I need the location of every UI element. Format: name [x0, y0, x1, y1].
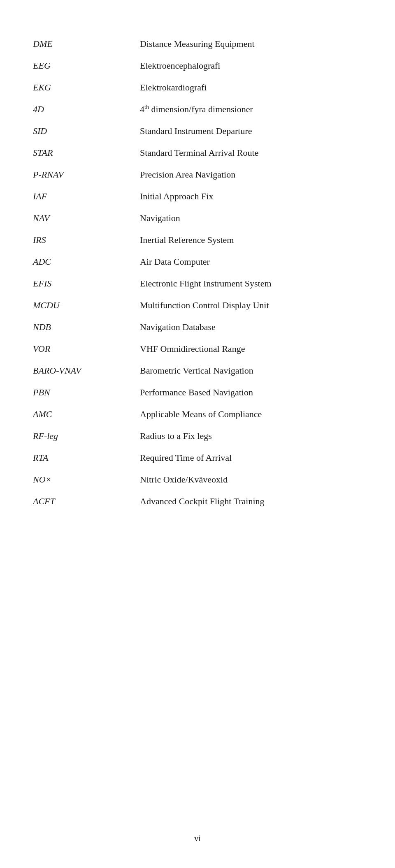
definition-cell: 4th dimension/fyra dimensioner [140, 98, 362, 120]
table-row: IAFInitial Approach Fix [33, 185, 362, 207]
abbreviation-cell: P-RNAV [33, 164, 140, 185]
definition-cell: Nitric Oxide/Kväveoxid [140, 469, 362, 490]
abbreviation-cell: IRS [33, 229, 140, 251]
table-row: VORVHF Omnidirectional Range [33, 338, 362, 360]
table-row: NAVNavigation [33, 207, 362, 229]
abbreviation-cell: MCDU [33, 294, 140, 316]
definition-cell: Precision Area Navigation [140, 164, 362, 185]
abbreviation-cell: NAV [33, 207, 140, 229]
definition-cell: Inertial Reference System [140, 229, 362, 251]
definition-cell: VHF Omnidirectional Range [140, 338, 362, 360]
table-row: MCDUMultifunction Control Display Unit [33, 294, 362, 316]
table-row: EEGElektroencephalografi [33, 55, 362, 76]
definition-cell: Elektroencephalografi [140, 55, 362, 76]
abbreviation-cell: NDB [33, 316, 140, 338]
table-row: IRSInertial Reference System [33, 229, 362, 251]
definition-cell: Navigation [140, 207, 362, 229]
definition-cell: Elektrokardiografi [140, 76, 362, 98]
abbreviation-cell: ADC [33, 251, 140, 272]
table-row: NO×Nitric Oxide/Kväveoxid [33, 469, 362, 490]
abbreviation-cell: AMC [33, 403, 140, 425]
table-row: AMCApplicable Means of Compliance [33, 403, 362, 425]
definition-cell: Applicable Means of Compliance [140, 403, 362, 425]
definition-cell: Barometric Vertical Navigation [140, 360, 362, 381]
definition-cell: Standard Terminal Arrival Route [140, 142, 362, 164]
table-row: DMEDistance Measuring Equipment [33, 33, 362, 55]
table-row: STARStandard Terminal Arrival Route [33, 142, 362, 164]
table-row: ACFTAdvanced Cockpit Flight Training [33, 490, 362, 512]
page-container: DMEDistance Measuring EquipmentEEGElektr… [0, 0, 395, 561]
abbreviation-cell: BARO-VNAV [33, 360, 140, 381]
definition-cell: Radius to a Fix legs [140, 425, 362, 447]
abbreviation-cell: NO× [33, 469, 140, 490]
table-row: BARO-VNAVBarometric Vertical Navigation [33, 360, 362, 381]
abbreviation-cell: EFIS [33, 272, 140, 294]
table-row: 4D4th dimension/fyra dimensioner [33, 98, 362, 120]
definition-cell: Electronic Flight Instrument System [140, 272, 362, 294]
table-row: RF-legRadius to a Fix legs [33, 425, 362, 447]
abbreviation-cell: DME [33, 33, 140, 55]
abbreviation-table: DMEDistance Measuring EquipmentEEGElektr… [33, 33, 362, 512]
definition-cell: Navigation Database [140, 316, 362, 338]
abbreviation-cell: RTA [33, 447, 140, 469]
definition-cell: Initial Approach Fix [140, 185, 362, 207]
table-row: SIDStandard Instrument Departure [33, 120, 362, 142]
table-row: EFISElectronic Flight Instrument System [33, 272, 362, 294]
page-number: vi [194, 834, 201, 843]
table-row: NDBNavigation Database [33, 316, 362, 338]
abbreviation-cell: ACFT [33, 490, 140, 512]
table-row: RTARequired Time of Arrival [33, 447, 362, 469]
abbreviation-cell: SID [33, 120, 140, 142]
abbreviation-cell: PBN [33, 381, 140, 403]
definition-cell: Distance Measuring Equipment [140, 33, 362, 55]
abbreviation-cell: EKG [33, 76, 140, 98]
abbreviation-cell: RF-leg [33, 425, 140, 447]
abbreviation-cell: EEG [33, 55, 140, 76]
abbreviation-cell: 4D [33, 98, 140, 120]
abbreviation-cell: VOR [33, 338, 140, 360]
definition-cell: Advanced Cockpit Flight Training [140, 490, 362, 512]
abbreviation-cell: IAF [33, 185, 140, 207]
definition-cell: Air Data Computer [140, 251, 362, 272]
definition-cell: Required Time of Arrival [140, 447, 362, 469]
definition-cell: Standard Instrument Departure [140, 120, 362, 142]
page-footer: vi [0, 834, 395, 843]
definition-cell: Performance Based Navigation [140, 381, 362, 403]
table-row: EKGElektrokardiografi [33, 76, 362, 98]
superscript-text: th [144, 104, 149, 110]
table-row: P-RNAVPrecision Area Navigation [33, 164, 362, 185]
abbreviation-cell: STAR [33, 142, 140, 164]
definition-cell: Multifunction Control Display Unit [140, 294, 362, 316]
table-row: PBNPerformance Based Navigation [33, 381, 362, 403]
table-row: ADCAir Data Computer [33, 251, 362, 272]
